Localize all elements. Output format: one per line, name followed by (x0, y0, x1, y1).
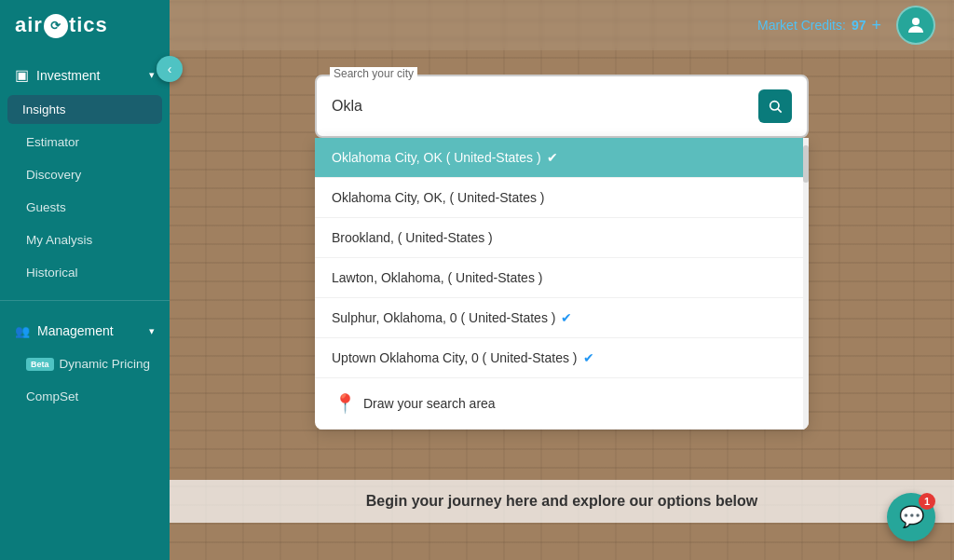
dropdown-item-label-2: Brookland, ( United-States ) (332, 230, 493, 245)
management-chevron-icon: ▾ (149, 325, 155, 337)
cta-text: Begin your journey here and explore our … (170, 480, 954, 523)
management-group[interactable]: 👥 Management ▾ (0, 314, 170, 348)
sidebar-item-guests[interactable]: Guests (0, 191, 170, 224)
sidebar-item-my-analysis[interactable]: My Analysis (0, 224, 170, 256)
draw-label: Draw your search area (363, 396, 496, 411)
search-icon (768, 99, 783, 114)
main-content: Market Credits: 97 + Search your city (170, 0, 954, 560)
sidebar-item-historical[interactable]: Historical (0, 256, 170, 289)
svg-point-0 (912, 18, 920, 25)
sidebar: air⟳tics ▣ Investment ▾ Insights Estimat… (0, 0, 170, 560)
sidebar-item-compset[interactable]: CompSet (0, 380, 170, 413)
beta-badge: Beta (26, 358, 54, 371)
dropdown-item-0[interactable]: Oklahoma City, OK ( United-States ) ✔ (315, 138, 809, 178)
investment-chevron-icon: ▾ (149, 69, 155, 81)
market-credits-value: 97 (852, 18, 866, 33)
dropdown-item-1[interactable]: Oklahoma City, OK, ( United-States ) (315, 178, 809, 218)
investment-group[interactable]: ▣ Investment ▾ (0, 57, 170, 93)
chat-icon: 💬 (899, 505, 924, 529)
dropdown-item-draw[interactable]: 📍 Draw your search area (315, 378, 809, 430)
search-box: Search your city (315, 75, 809, 138)
dropdown-item-5[interactable]: Uptown Oklahoma City, 0 ( United-States … (315, 338, 809, 378)
market-credits: Market Credits: 97 + (757, 16, 881, 35)
svg-line-2 (778, 109, 782, 113)
dropdown-item-4[interactable]: Sulphur, Oklahoma, 0 ( United-States ) ✔ (315, 298, 809, 338)
sidebar-item-estimator[interactable]: Estimator (0, 126, 170, 158)
sidebar-item-discovery[interactable]: Discovery (0, 158, 170, 191)
chat-badge: 1 (919, 493, 935, 510)
sidebar-item-dynamic-pricing[interactable]: Beta Dynamic Pricing (0, 348, 170, 380)
verified-icon-0: ✔ (547, 150, 558, 165)
search-container: Search your city Oklahoma City, OK ( Uni… (315, 75, 809, 430)
verified-icon-4: ✔ (561, 310, 572, 325)
sidebar-item-insights[interactable]: Insights (7, 95, 162, 124)
dropdown-item-label-4: Sulphur, Oklahoma, 0 ( United-States ) (332, 310, 555, 325)
top-bar: Market Credits: 97 + (170, 0, 954, 50)
logo-area: air⟳tics (0, 0, 170, 51)
management-label: Management (37, 323, 114, 338)
dropdown-item-label-1: Oklahoma City, OK, ( United-States ) (332, 190, 544, 205)
dropdown-item-label-0: Oklahoma City, OK ( United-States ) (332, 150, 541, 165)
scrollbar-thumb[interactable] (803, 145, 809, 183)
sidebar-toggle-button[interactable]: ‹ (157, 56, 183, 82)
scrollbar-track[interactable] (803, 138, 809, 430)
dropdown-item-label-5: Uptown Oklahoma City, 0 ( United-States … (332, 350, 578, 365)
chat-button[interactable]: 💬 1 (887, 493, 935, 541)
management-section: 👥 Management ▾ Beta Dynamic Pricing Comp… (0, 314, 170, 413)
investment-label: Investment (36, 68, 100, 83)
dropdown-item-2[interactable]: Brookland, ( United-States ) (315, 218, 809, 258)
investment-section: ▣ Investment ▾ Insights Estimator Discov… (0, 51, 170, 294)
search-input[interactable] (332, 98, 758, 115)
cta-label: Begin your journey here and explore our … (366, 493, 758, 509)
dropdown-item-3[interactable]: Lawton, Oklahoma, ( United-States ) (315, 258, 809, 298)
investment-icon: ▣ (15, 66, 29, 84)
avatar-icon (905, 14, 927, 36)
search-dropdown: Oklahoma City, OK ( United-States ) ✔ Ok… (315, 138, 809, 430)
search-input-row (332, 89, 792, 123)
verified-icon-5: ✔ (583, 350, 594, 365)
search-button[interactable] (758, 89, 792, 123)
management-icon: 👥 (15, 324, 30, 338)
logo: air⟳tics (15, 13, 108, 38)
map-pin-icon: 📍 (332, 390, 358, 417)
avatar[interactable] (896, 6, 935, 45)
add-credits-button[interactable]: + (871, 16, 881, 35)
toggle-icon: ‹ (168, 61, 172, 76)
dropdown-item-label-3: Lawton, Oklahoma, ( United-States ) (332, 270, 542, 285)
svg-point-1 (770, 102, 779, 110)
market-credits-label: Market Credits: (757, 18, 846, 33)
search-label: Search your city (330, 67, 417, 80)
nav-divider (0, 300, 170, 301)
